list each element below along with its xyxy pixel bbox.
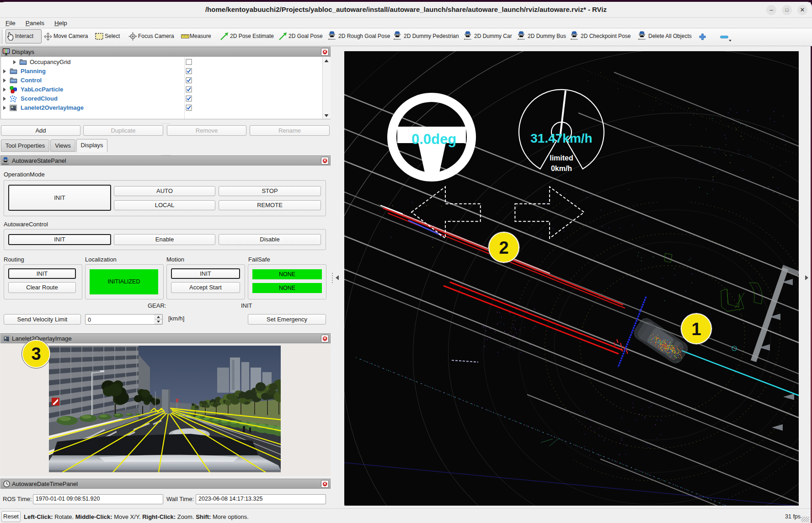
svg-text:Autoware: Autoware bbox=[464, 38, 471, 40]
svg-text:Autoware: Autoware bbox=[393, 38, 401, 40]
svg-text:1: 1 bbox=[691, 320, 701, 339]
svg-text:Autoware: Autoware bbox=[570, 38, 578, 40]
svg-text:limited: limited bbox=[550, 154, 573, 162]
svg-text:Autoware: Autoware bbox=[638, 38, 646, 40]
svg-text:0km/h: 0km/h bbox=[551, 165, 572, 172]
svg-text:Autoware: Autoware bbox=[517, 38, 525, 40]
svg-text:2: 2 bbox=[499, 238, 508, 257]
svg-text:Autoware: Autoware bbox=[328, 38, 336, 40]
svg-text:0.0deg: 0.0deg bbox=[411, 131, 456, 147]
svg-text:31.47km/h: 31.47km/h bbox=[530, 131, 592, 145]
svg-text:Autoware: Autoware bbox=[2, 163, 9, 165]
